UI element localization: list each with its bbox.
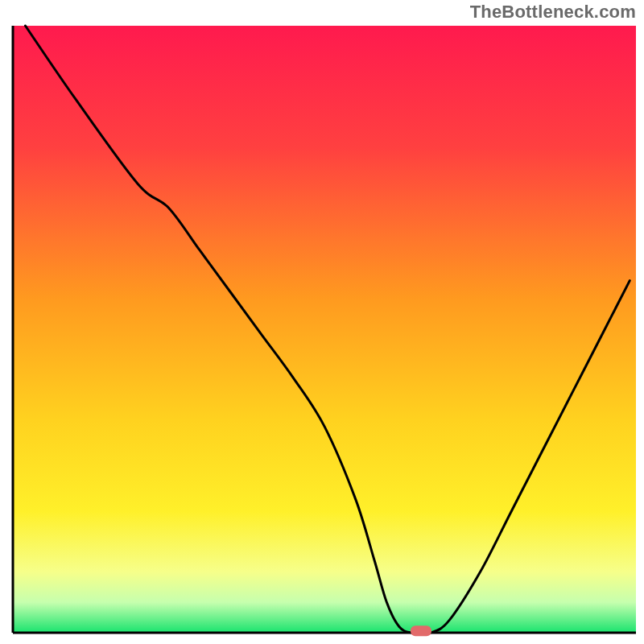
watermark-text: TheBottleneck.com bbox=[470, 2, 636, 23]
minimum-marker bbox=[411, 625, 431, 636]
chart-stage: TheBottleneck.com bbox=[0, 0, 644, 644]
bottleneck-chart bbox=[0, 0, 644, 644]
plot-background bbox=[13, 26, 636, 633]
